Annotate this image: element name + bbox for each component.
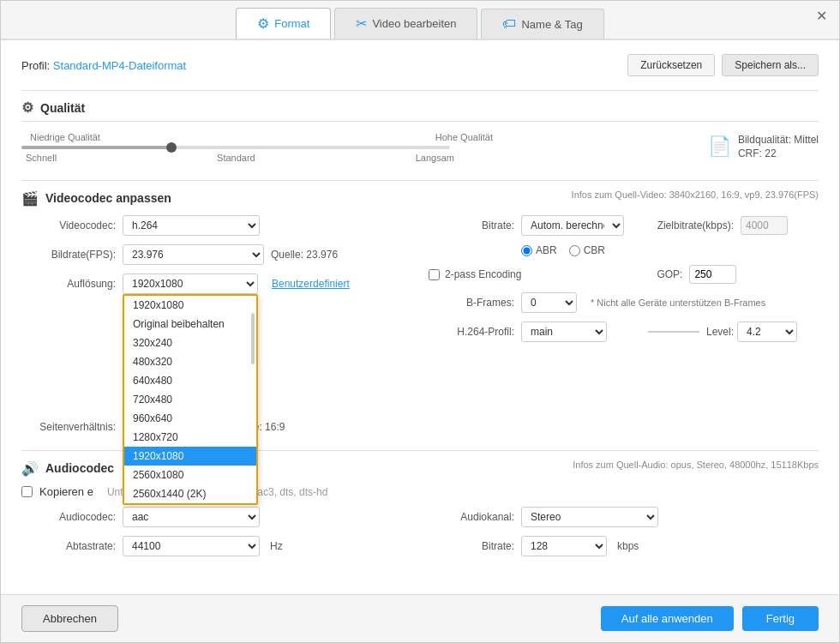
dropdown-scrollbar[interactable] [251,313,255,364]
profile-label-text: Profil: [21,59,50,72]
resolution-dropdown: 1920x1080 Original beibehalten 320x240 4… [123,294,258,505]
video-source-info: Infos zum Quell-Video: 3840x2160, 16:9, … [572,189,819,200]
reset-button[interactable]: Zurücksetzen [627,54,715,76]
close-button[interactable]: ✕ [813,8,829,23]
fps-select[interactable]: 23.976 [123,244,264,265]
gop-input[interactable] [689,265,736,284]
tab-format-label: Format [274,17,309,30]
quality-range-labels: Niedrige Qualität Hohe Qualität [21,132,501,142]
videocodec-right: Bitrate: Autom. berechnen Zielbitrate(kb… [411,215,819,442]
low-quality-label: Niedrige Qualität [30,132,100,142]
main-window: ✕ ⚙ Format ✂ Video bearbeiten 🏷 Name & T… [0,0,840,643]
profile-row: Profil: Standard-MP4-Dateiformat Zurücks… [21,54,819,76]
quality-slider-track[interactable] [21,146,450,149]
resolution-dropdown-container: 1920x1080 1920x1080 Original beibehalten… [123,273,258,294]
bitrate-row: Bitrate: Autom. berechnen Zielbitrate(kb… [429,215,819,236]
done-button[interactable]: Fertig [742,606,819,631]
res-option-1920-selected[interactable]: 1920x1080 [124,447,256,466]
content-area: Profil: Standard-MP4-Dateiformat Zurücks… [1,40,839,594]
tab-video-bearbeiten[interactable]: ✂ Video bearbeiten [334,8,477,39]
speed-labels: Schnell Standard Langsam [21,153,459,163]
slider-thumb[interactable] [166,142,177,153]
apply-all-button[interactable]: Auf alle anwenden [601,606,734,631]
res-option-640[interactable]: 640x480 [124,371,256,390]
quality-section: ⚙ Qualität Niedrige Qualität Hohe Qualit… [21,99,819,163]
high-quality-label: Hohe Qualität [435,132,493,142]
audio-bitrate-unit: kbps [617,540,639,552]
audiocodec-columns: Audiocodec: aac Abtastrate: 44100 Hz [21,507,819,565]
audio-copy-label: Kopieren e [39,485,93,498]
resolution-select[interactable]: 1920x1080 [123,273,258,294]
slider-fill [21,146,171,149]
sample-rate-row: Abtastrate: 44100 Hz [21,536,411,556]
crf-label: CRF: 22 [738,147,819,159]
right-buttons: Auf alle anwenden Fertig [601,606,819,631]
profile-label: Profil: Standard-MP4-Dateiformat [21,59,186,72]
tab-format[interactable]: ⚙ Format [236,8,331,39]
videocodec-columns: Videocodec: h.264 Bildrate(FPS): 23.976 … [21,215,819,442]
fps-source: Quelle: 23.976 [271,249,338,261]
res-option-2560-1080[interactable]: 2560x1080 [124,466,256,484]
h264-select[interactable]: main [521,322,607,342]
aspect-label: Seitenverhältnis: [21,421,116,433]
film-icon: 🎬 [21,190,39,207]
audiocodec-right: Audiokanal: Stereo Bitrate: 128 kbps [411,507,819,565]
abr-cbr-row: ABR CBR [429,244,819,256]
codec-select[interactable]: h.264 [123,215,260,236]
twopass-checkbox-row: 2-pass Encoding [429,268,521,280]
target-bitrate-input[interactable] [741,216,788,235]
cancel-button[interactable]: Abbrechen [21,605,118,632]
save-button[interactable]: Speichern als... [722,54,819,76]
res-option-2560-1440[interactable]: 2560x1440 (2K) [124,484,256,503]
res-option-960[interactable]: 960x640 [124,409,256,428]
audio-channel-label: Audiokanal: [429,511,514,523]
twopass-checkbox[interactable] [429,269,440,280]
quality-info-panel: 📄 Bildqualität: Mittel CRF: 22 [708,134,819,159]
tab-name-tag[interactable]: 🏷 Name & Tag [481,9,603,39]
format-icon: ⚙ [257,15,269,32]
res-option-1920-top[interactable]: 1920x1080 [124,296,256,315]
res-option-original[interactable]: Original beibehalten [124,315,256,334]
sample-rate-select[interactable]: 44100 [123,536,260,556]
codec-label: Videocodec: [21,219,116,231]
target-bitrate-label: Zielbitrate(kbps): [631,219,734,231]
audio-bitrate-select[interactable]: 128 [521,536,607,556]
bitrate-label: Bitrate: [429,219,514,231]
videocodec-header: 🎬 Videocodec anpassen [21,190,171,207]
videocodec-title: Videocodec anpassen [45,191,171,205]
bitrate-select[interactable]: Autom. berechnen [521,215,624,236]
sample-rate-label: Abtastrate: [21,540,116,552]
profile-buttons: Zurücksetzen Speichern als... [627,54,819,76]
res-option-480[interactable]: 480x320 [124,352,256,371]
quality-title: Qualität [40,101,85,115]
audio-codec-label: Audiocodec: [21,511,116,523]
benutzerdefiniert-label[interactable]: Benutzerdefiniert [272,278,350,290]
res-option-1280[interactable]: 1280x720 [124,428,256,447]
audio-copy-checkbox[interactable] [21,486,33,497]
resolution-row: Auflösung: 1920x1080 1920x1080 Original … [21,273,411,294]
speed-slow-label: Langsam [416,153,454,163]
document-icon: 📄 [708,135,731,158]
level-select[interactable]: 4.2 [737,322,797,342]
gop-label: GOP: [597,268,682,280]
abr-radio[interactable] [521,245,532,256]
abr-cbr-group: ABR CBR [521,244,605,256]
res-option-720[interactable]: 720x480 [124,390,256,409]
audiocodec-header: 🔊 Audiocodec [21,460,114,477]
audio-icon: 🔊 [21,460,39,477]
abr-label: ABR [521,244,557,256]
videocodec-section: 🎬 Videocodec anpassen Infos zum Quell-Vi… [21,189,819,442]
audio-codec-select[interactable]: aac [123,507,260,527]
codec-row: Videocodec: h.264 [21,215,411,236]
res-option-320[interactable]: 320x240 [124,334,256,352]
cbr-radio[interactable] [569,245,580,256]
level-group: Level: 4.2 [648,322,797,342]
audio-channel-select[interactable]: Stereo [521,507,658,527]
audio-bitrate-row: Bitrate: 128 kbps [429,536,819,556]
speed-std-label: Standard [217,153,255,163]
bframes-select[interactable]: 0 [521,292,577,313]
tab-video-label: Video bearbeiten [372,17,456,30]
bframes-note: * Nicht alle Geräte unterstützen B-Frame… [591,297,765,308]
image-quality-label: Bildqualität: Mittel [738,134,819,146]
audio-channel-row: Audiokanal: Stereo [429,507,819,527]
